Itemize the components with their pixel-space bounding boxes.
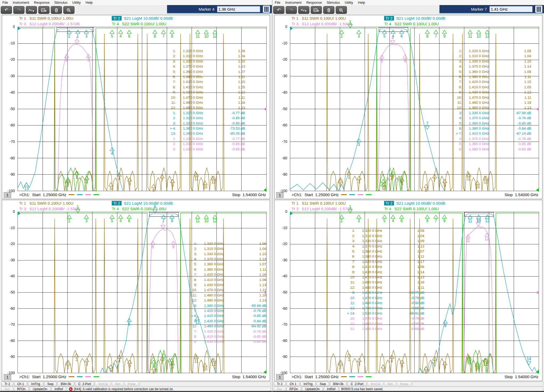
marker-1.431-triangle[interactable] [443, 179, 447, 183]
marker-1.458-triangle[interactable] [194, 355, 199, 359]
marker-1.470-triangle[interactable] [477, 30, 481, 34]
marker-1.369-triangle[interactable] [391, 40, 395, 44]
trace-header-tr-2[interactable]: Tr 2S21 LogM 10.00dB/ 0.00dB [384, 16, 445, 20]
marker-1.528-triangle[interactable] [527, 361, 531, 365]
marker-1.369-triangle[interactable] [390, 173, 394, 176]
undo-button[interactable]: ↶ [1, 6, 12, 14]
marker-1.379-triangle[interactable] [399, 176, 403, 180]
marker-1.370-triangle[interactable] [119, 30, 123, 34]
marker-1.310-triangle[interactable] [339, 215, 344, 218]
trace-header-tr-2[interactable]: Tr 2S21 LogM 10.00dB/ 0.00dB [112, 16, 173, 20]
redo-button[interactable]: ↷ [13, 6, 24, 14]
marker-1.407-triangle[interactable] [151, 241, 155, 245]
marker-1.478-triangle[interactable] [211, 176, 216, 180]
marker-1.460-triangle[interactable] [196, 30, 200, 34]
marker-1.331-triangle[interactable] [85, 176, 89, 180]
zoom-in-button[interactable] [336, 6, 347, 14]
status-button-bw-3k[interactable]: BW=3k [57, 382, 74, 386]
marker-1.478-triangle[interactable] [211, 358, 216, 362]
marker-1.308-triangle[interactable] [66, 178, 70, 181]
trace-header-tr-3[interactable]: Tr 3S12 LogM 0.200dB/ -1.53dB [19, 207, 80, 211]
marker-1.370-triangle[interactable] [391, 215, 395, 218]
marker-1.410-triangle[interactable] [425, 215, 429, 218]
add-channel-button[interactable]: Ch [38, 6, 49, 14]
status-button-tr-2[interactable]: Tr 2 [1, 382, 13, 386]
marker-1.359-triangle[interactable] [381, 183, 385, 186]
marker-1.431-triangle[interactable] [443, 320, 447, 323]
marker-1.370-triangle[interactable] [391, 30, 395, 34]
marker-1.460-triangle[interactable] [468, 30, 472, 34]
add-trace-button[interactable] [26, 6, 37, 14]
marker-1.429-triangle[interactable] [169, 358, 174, 362]
marker-1.359-triangle[interactable] [381, 179, 385, 183]
marker-1.460-triangle[interactable] [196, 215, 200, 218]
marker-1.330-triangle[interactable] [84, 215, 89, 218]
marker-1.331-triangle[interactable] [85, 358, 89, 362]
marker-1.468-triangle[interactable] [203, 363, 207, 367]
marker-1.420-triangle[interactable] [161, 215, 166, 218]
marker-1.419-triangle[interactable] [161, 225, 165, 229]
marker-1.330-triangle[interactable] [357, 30, 361, 34]
marker-1.308-triangle[interactable] [338, 179, 342, 183]
marker-1.409-triangle[interactable] [152, 184, 156, 188]
status-button-inttrig[interactable]: IntTrig [300, 382, 316, 386]
status-button-bw-3k[interactable]: BW=3k [330, 382, 347, 386]
marker-1.419-triangle[interactable] [160, 357, 164, 360]
marker-1.468-triangle[interactable] [203, 181, 207, 184]
marker-1.431-triangle[interactable] [170, 362, 175, 365]
marker-1.310-triangle[interactable] [339, 30, 344, 34]
marker-1.478-triangle[interactable] [483, 358, 488, 362]
marker-1.470-triangle[interactable] [204, 215, 209, 218]
marker-1.360-triangle[interactable] [110, 30, 114, 34]
marker-1.420-triangle[interactable] [161, 30, 166, 34]
menu-item-response[interactable]: Response [304, 1, 324, 5]
trace-header-tr-3[interactable]: Tr 3S12 LogM 0.200dB/ -1.57dB [19, 22, 80, 26]
marker-1.458-triangle[interactable] [467, 173, 471, 176]
status-button-swp[interactable]: Swp [44, 382, 57, 386]
marker-1.360-triangle[interactable] [110, 215, 114, 218]
trace-header-tr-3[interactable]: Tr 3S12 LogM 0.200dB/ -1.53dB [292, 22, 352, 26]
marker-1.409-triangle[interactable] [152, 360, 156, 364]
menu-item-stimulus[interactable]: Stimulus [52, 1, 70, 5]
marker-1.319-triangle[interactable] [74, 354, 79, 357]
trace-header-tr-4[interactable]: Tr 4S22 SWR 0.100U/ 1.00U [112, 22, 166, 26]
marker-1.360-triangle[interactable] [382, 30, 387, 34]
marker-1.360-triangle[interactable] [110, 147, 114, 151]
marker-1.319-triangle[interactable] [75, 171, 79, 175]
marker-1.320-triangle[interactable] [76, 30, 80, 34]
marker-1.381-triangle[interactable] [127, 178, 132, 181]
marker-1.380-triangle[interactable] [400, 30, 404, 34]
marker-1.480-triangle[interactable] [213, 215, 217, 218]
status-button-c-2-port[interactable]: C 2-Port [347, 382, 367, 386]
marker-1.430-triangle[interactable] [170, 215, 174, 218]
marker-1.458-triangle[interactable] [466, 235, 470, 238]
trace-header-tr-4[interactable]: Tr 4S22 SWR 0.100U/ 1.00U [384, 22, 439, 26]
menu-item-instrument[interactable]: Instrument [10, 1, 31, 5]
marker-1.430-triangle[interactable] [170, 30, 174, 34]
marker-1.431-triangle[interactable] [443, 362, 447, 365]
marker-1.370-triangle[interactable] [119, 215, 123, 218]
marker-1.330-triangle[interactable] [357, 138, 361, 142]
redo-button[interactable]: ↷ [286, 6, 297, 14]
channel-number-box[interactable]: 1 [4, 374, 11, 380]
marker-1.419-triangle[interactable] [433, 175, 437, 178]
marker-1.381-triangle[interactable] [400, 360, 404, 364]
marker-1.410-triangle[interactable] [425, 126, 429, 129]
marker-1.319-triangle[interactable] [347, 171, 351, 175]
trace-header-tr-4[interactable]: Tr 4S22 SWR 0.100U/ 1.00U [112, 207, 166, 211]
marker-1.381-triangle[interactable] [400, 178, 404, 181]
marker-1.359-triangle[interactable] [109, 183, 113, 186]
status-button-ch-1[interactable]: Ch 1 [14, 382, 27, 386]
marker-1.468-triangle[interactable] [475, 363, 480, 367]
marker-1.430-triangle[interactable] [442, 215, 447, 218]
marker-1.307-triangle[interactable] [65, 54, 69, 57]
delete-button[interactable] [323, 6, 334, 14]
trace-header-tr-1[interactable]: Tr 1S11 SWR 0.100U/ 1.00U [292, 16, 346, 20]
marker-1.319-triangle[interactable] [347, 354, 351, 357]
channel-number-box[interactable]: 1 [276, 374, 284, 380]
marker-1.380-triangle[interactable] [127, 30, 131, 34]
marker-1.319-triangle[interactable] [75, 41, 79, 44]
marker-1.369-triangle[interactable] [117, 173, 122, 176]
trace-header-tr-2[interactable]: Tr 2S21 LogM 10.00dB/ 0.00dB [112, 201, 173, 205]
menu-item-instrument[interactable]: Instrument [283, 1, 304, 5]
